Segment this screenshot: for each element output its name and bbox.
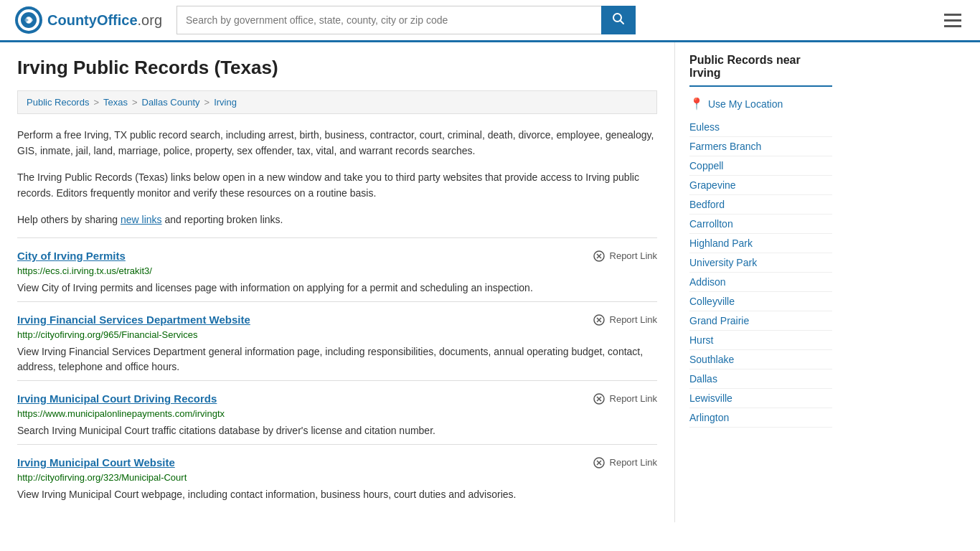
sidebar: Public Records near Irving 📍 Use My Loca… (674, 42, 847, 522)
hamburger-menu-button[interactable] (940, 9, 966, 32)
record-description: View City of Irving permits and licenses… (17, 281, 657, 296)
record-header: City of Irving Permits Report Link (17, 250, 657, 263)
sidebar-nearby-link[interactable]: University Park (689, 253, 832, 273)
search-icon (612, 12, 625, 25)
menu-line (944, 14, 961, 16)
sidebar-nearby-link[interactable]: Carrollton (689, 215, 832, 234)
record-url: http://cityofirving.org/323/Municipal-Co… (17, 472, 657, 483)
record-item: Irving Municipal Court Driving Records R… (17, 380, 657, 444)
record-header: Irving Municipal Court Driving Records R… (17, 392, 657, 405)
breadcrumb-link-public-records[interactable]: Public Records (27, 97, 89, 108)
use-my-location-link[interactable]: 📍 Use My Location (689, 97, 832, 110)
record-item: Irving Municipal Court Website Report Li… (17, 444, 657, 508)
sidebar-links: EulessFarmers BranchCoppellGrapevineBedf… (689, 118, 832, 428)
record-title: Irving Municipal Court Driving Records (17, 392, 217, 405)
report-icon (593, 314, 606, 326)
logo-text: CountyOffice.org (47, 12, 162, 29)
report-link-label: Report Link (610, 250, 657, 261)
report-link-button[interactable]: Report Link (593, 250, 657, 263)
record-url: http://cityofirving.org/965/Financial-Se… (17, 329, 657, 340)
record-item: Irving Financial Services Department Web… (17, 301, 657, 380)
menu-line (944, 19, 961, 22)
records-list: City of Irving Permits Report Link https… (17, 237, 657, 508)
svg-line-5 (621, 21, 624, 24)
record-title-link[interactable]: Irving Financial Services Department Web… (17, 314, 250, 326)
report-icon (593, 456, 606, 469)
page-description-3: Help others by sharing new links and rep… (17, 212, 657, 227)
main-layout: Irving Public Records (Texas) Public Rec… (0, 42, 980, 522)
page-title: Irving Public Records (Texas) (17, 57, 657, 79)
sidebar-nearby-link[interactable]: Arlington (689, 408, 832, 428)
new-links-link[interactable]: new links (121, 214, 162, 225)
record-url: https://www.municipalonlinepayments.com/… (17, 408, 657, 419)
menu-line (944, 25, 961, 27)
sidebar-nearby-link[interactable]: Grand Prairie (689, 311, 832, 331)
record-description: View Irving Financial Services Departmen… (17, 344, 657, 375)
record-title-link[interactable]: City of Irving Permits (17, 250, 126, 262)
sidebar-nearby-link[interactable]: Farmers Branch (689, 137, 832, 156)
breadcrumb-sep: > (204, 97, 210, 108)
report-link-button[interactable]: Report Link (593, 314, 657, 326)
report-link-button[interactable]: Report Link (593, 392, 657, 405)
breadcrumb-sep: > (132, 97, 138, 108)
record-title-link[interactable]: Irving Municipal Court Website (17, 456, 175, 468)
sidebar-title: Public Records near Irving (689, 54, 832, 87)
sidebar-nearby-link[interactable]: Colleyville (689, 292, 832, 311)
report-link-button[interactable]: Report Link (593, 456, 657, 469)
sidebar-nearby-link[interactable]: Highland Park (689, 234, 832, 253)
record-header: Irving Financial Services Department Web… (17, 314, 657, 326)
record-title: Irving Financial Services Department Web… (17, 314, 250, 326)
site-header: CountyOffice.org (0, 0, 980, 42)
breadcrumb-link-dallas-county[interactable]: Dallas County (142, 97, 200, 108)
logo-icon (14, 6, 43, 34)
report-link-label: Report Link (610, 314, 657, 325)
sidebar-nearby-link[interactable]: Euless (689, 118, 832, 137)
breadcrumb-sep: > (93, 97, 99, 108)
report-icon (593, 250, 606, 263)
record-item: City of Irving Permits Report Link https… (17, 237, 657, 301)
record-title-link[interactable]: Irving Municipal Court Driving Records (17, 392, 217, 405)
sidebar-nearby-link[interactable]: Lewisville (689, 389, 832, 408)
search-button[interactable] (601, 6, 636, 34)
sidebar-nearby-link[interactable]: Dallas (689, 369, 832, 389)
content-area: Irving Public Records (Texas) Public Rec… (0, 42, 674, 522)
page-description-1: Perform a free Irving, TX public record … (17, 127, 657, 159)
breadcrumb-link-texas[interactable]: Texas (103, 97, 128, 108)
record-description: View Irving Municipal Court webpage, inc… (17, 487, 657, 502)
record-title: City of Irving Permits (17, 250, 126, 262)
sidebar-nearby-link[interactable]: Southlake (689, 350, 832, 369)
report-link-label: Report Link (610, 393, 657, 404)
logo[interactable]: CountyOffice.org (14, 6, 162, 34)
record-header: Irving Municipal Court Website Report Li… (17, 456, 657, 469)
location-pin-icon: 📍 (689, 97, 704, 110)
report-link-label: Report Link (610, 457, 657, 468)
record-url: https://ecs.ci.irving.tx.us/etrakit3/ (17, 265, 657, 276)
sidebar-nearby-link[interactable]: Addison (689, 273, 832, 292)
record-title: Irving Municipal Court Website (17, 456, 175, 468)
sidebar-nearby-link[interactable]: Hurst (689, 331, 832, 350)
breadcrumb-link-irving[interactable]: Irving (214, 97, 237, 108)
use-my-location-label: Use My Location (708, 98, 783, 110)
record-description: Search Irving Municipal Court traffic ci… (17, 423, 657, 438)
sidebar-nearby-link[interactable]: Bedford (689, 195, 832, 215)
breadcrumb: Public Records > Texas > Dallas County >… (17, 90, 657, 114)
page-description-2: The Irving Public Records (Texas) links … (17, 169, 657, 202)
search-input[interactable] (176, 6, 601, 34)
search-bar (176, 6, 636, 34)
sidebar-nearby-link[interactable]: Coppell (689, 156, 832, 176)
sidebar-nearby-link[interactable]: Grapevine (689, 176, 832, 195)
report-icon (593, 392, 606, 405)
